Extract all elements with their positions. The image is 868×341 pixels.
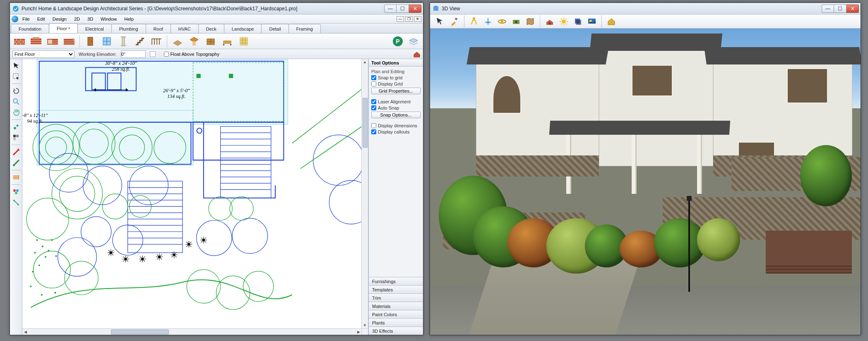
green-move-tool-icon[interactable] xyxy=(11,158,21,168)
add-point-tool-icon[interactable] xyxy=(11,122,21,132)
nav-walk-icon[interactable] xyxy=(468,16,480,27)
pointer-tool-icon[interactable] xyxy=(11,61,21,71)
view3d-titlebar[interactable]: 3D View — ☐ ✕ xyxy=(430,3,861,14)
acc-plants[interactable]: Plants xyxy=(369,318,423,327)
horizontal-scrollbar[interactable]: ◀ ▶ xyxy=(22,328,361,335)
dimension-tool-icon[interactable] xyxy=(11,172,21,182)
view3d-minimize-button[interactable]: — xyxy=(822,5,834,13)
red-move-tool-icon[interactable] xyxy=(11,147,21,157)
cabinet-tool-icon[interactable] xyxy=(204,35,218,48)
tab-foundation[interactable]: Foundation xyxy=(11,24,49,33)
display-dimensions-checkbox[interactable] xyxy=(371,123,376,128)
tab-deck[interactable]: Deck xyxy=(198,24,224,33)
menu-3d[interactable]: 3D xyxy=(84,16,96,22)
scroll-thumb-h[interactable] xyxy=(111,329,169,334)
tab-roof[interactable]: Roof xyxy=(146,24,171,33)
render-final-icon[interactable] xyxy=(586,16,598,27)
tab-hvac[interactable]: HVAC xyxy=(171,24,199,33)
punch-logo-icon[interactable]: P xyxy=(391,35,405,48)
column-tool-icon[interactable] xyxy=(116,35,130,48)
stepper-icon[interactable] xyxy=(150,51,156,57)
acc-furnishings[interactable]: Furnishings xyxy=(369,277,423,285)
scroll-thumb-v[interactable] xyxy=(363,98,368,148)
tab-framing[interactable]: Framing xyxy=(289,24,321,33)
working-elevation-input[interactable] xyxy=(121,50,146,58)
scroll-up-icon[interactable]: ▲ xyxy=(362,59,368,65)
display-grid-checkbox[interactable] xyxy=(371,81,376,86)
float-above-topo-checkbox[interactable] xyxy=(164,52,169,57)
scroll-left-icon[interactable]: ◀ xyxy=(22,329,28,335)
canvas-area[interactable]: 30'-8" x 24'-10"258 sq.ft. 26'-9" x 5'-0… xyxy=(22,59,368,335)
rotate-tool-icon[interactable] xyxy=(11,86,21,96)
minimize-button[interactable]: — xyxy=(384,5,397,13)
tab-detail[interactable]: Detail xyxy=(261,24,289,33)
furniture-tool-icon[interactable] xyxy=(220,35,234,48)
render-shadow-icon[interactable] xyxy=(572,16,584,27)
snap-to-grid-checkbox[interactable] xyxy=(371,75,376,80)
close-button[interactable]: ✕ xyxy=(409,5,421,13)
acc-trim[interactable]: Trim xyxy=(369,293,423,302)
stairs-tool-icon[interactable] xyxy=(133,35,147,48)
mdi-restore-button[interactable]: ❐ xyxy=(405,16,413,22)
pan-tool-icon[interactable] xyxy=(11,107,21,117)
wall-tool-4-icon[interactable] xyxy=(62,35,76,48)
render-sun-icon[interactable] xyxy=(558,16,570,27)
display-callouts-checkbox[interactable] xyxy=(371,129,376,134)
auto-snap-checkbox[interactable] xyxy=(371,105,376,110)
zoom-tool-icon[interactable] xyxy=(11,97,21,107)
nav-look-icon[interactable] xyxy=(510,16,522,27)
select-region-tool-icon[interactable] xyxy=(11,72,21,81)
nav-fly-icon[interactable] xyxy=(482,16,494,27)
acc-templates[interactable]: Templates xyxy=(369,285,423,293)
railing-tool-icon[interactable] xyxy=(149,35,164,48)
wall-tool-3-icon[interactable] xyxy=(46,35,60,48)
scroll-down-icon[interactable]: ▼ xyxy=(362,322,368,328)
view3d-viewport[interactable] xyxy=(430,29,861,335)
mdi-minimize-button[interactable]: — xyxy=(397,16,404,22)
floor-selector[interactable]: First Floor xyxy=(12,50,75,58)
scroll-right-icon[interactable]: ▶ xyxy=(356,329,361,335)
menu-window[interactable]: Window xyxy=(97,16,120,22)
wall-tool-2-icon[interactable] xyxy=(29,35,43,48)
acc-materials[interactable]: Materials xyxy=(369,302,423,310)
menu-2d[interactable]: 2D xyxy=(71,16,83,22)
connect-tool-icon[interactable] xyxy=(11,198,21,207)
view3d-maximize-button[interactable]: ☐ xyxy=(834,5,846,13)
laser-alignment-checkbox[interactable] xyxy=(371,99,376,104)
tab-electrical[interactable]: Electrical xyxy=(77,24,112,33)
menu-design[interactable]: Design xyxy=(49,16,70,22)
main-titlebar[interactable]: Punch! Home & Landscape Design Architect… xyxy=(10,3,423,14)
window-tool-icon[interactable] xyxy=(100,35,114,48)
grid-properties-button[interactable]: Grid Properties... xyxy=(371,88,421,94)
view3d-close-button[interactable]: ✕ xyxy=(846,5,859,13)
layers-icon[interactable] xyxy=(406,35,421,48)
nav-map-icon[interactable] xyxy=(524,16,536,27)
snap-options-button[interactable]: Snap Options... xyxy=(371,112,421,118)
home-view-icon[interactable] xyxy=(605,16,618,27)
acc-3deffects[interactable]: 3D Effects xyxy=(369,327,423,335)
vertical-scrollbar[interactable]: ▲ ▼ xyxy=(361,59,368,328)
app-menu-icon[interactable] xyxy=(12,16,18,22)
tab-floor[interactable]: Floor▾ xyxy=(49,23,78,33)
wall-tool-icon[interactable] xyxy=(12,35,26,48)
floor-tool-icon[interactable] xyxy=(171,35,185,48)
eyedropper-icon[interactable] xyxy=(448,16,461,27)
casita-icon[interactable] xyxy=(413,50,421,58)
material-tool-icon[interactable] xyxy=(237,35,251,48)
menu-edit[interactable]: Edit xyxy=(34,16,48,22)
nav-orbit-icon[interactable] xyxy=(496,16,508,27)
maximize-button[interactable]: ☐ xyxy=(397,5,409,13)
plan-canvas[interactable] xyxy=(22,59,368,329)
color-tool-icon[interactable] xyxy=(11,187,21,197)
acc-paintcolors[interactable]: Paint Colors xyxy=(369,310,423,318)
render-shaded-icon[interactable] xyxy=(543,16,556,27)
mdi-close-button[interactable]: ✕ xyxy=(414,16,421,22)
walk-tool-icon[interactable] xyxy=(434,16,447,27)
ceiling-tool-icon[interactable] xyxy=(187,35,201,48)
menu-file[interactable]: File xyxy=(19,16,33,22)
sample-tool-icon[interactable] xyxy=(11,133,21,143)
door-tool-icon[interactable] xyxy=(83,35,97,48)
tab-landscape[interactable]: Landscape xyxy=(224,24,262,33)
tab-plumbing[interactable]: Plumbing xyxy=(111,24,146,33)
menu-help[interactable]: Help xyxy=(121,16,137,22)
